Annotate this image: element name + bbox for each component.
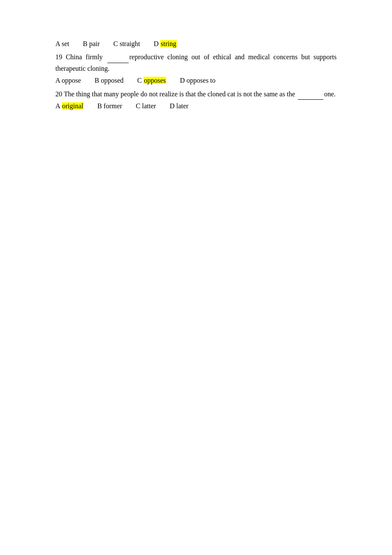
q20-option-b: B former (97, 101, 122, 112)
q19-option-d: D opposes to (180, 75, 216, 86)
q19-option-a: A oppose (55, 75, 81, 86)
q19-question: 19 China firmly reproductive cloning out… (55, 51, 337, 74)
q19-option-c-text-highlighted: opposes (144, 77, 167, 84)
q20-option-c-text: latter (142, 102, 156, 110)
q18-options-row: A set B pair C straight D string (55, 38, 337, 49)
q19-options-row: A oppose B opposed C opposes D opposes t… (55, 75, 337, 86)
q20-option-a-text-highlighted: original (62, 102, 84, 110)
q20-option-b-text: former (104, 102, 122, 110)
q20-text: The thing that many people do not realiz… (64, 90, 336, 98)
q18-option-b-text: pair (89, 40, 100, 47)
q18-option-a: A set (55, 38, 69, 49)
q18-option-a-text: set (62, 40, 69, 47)
q19-option-b-text: opposed (101, 77, 124, 84)
q19-option-c-label: C (137, 77, 144, 84)
q18-option-d-label: D (154, 40, 161, 47)
q20-option-a-label: A (55, 102, 62, 110)
q18-option-b-label: B (83, 40, 89, 47)
q19-option-a-text: oppose (62, 77, 81, 84)
q19-option-b: B opposed (95, 75, 124, 86)
q19-option-d-label: D (180, 77, 187, 84)
q20-question: 20 The thing that many people do not rea… (55, 88, 337, 100)
q19-option-a-label: A (55, 77, 62, 84)
q18-option-d: D string (154, 38, 177, 49)
q20-option-d-label: D (170, 102, 176, 110)
q18-option-c: C straight (113, 38, 140, 49)
q18-option-a-label: A (55, 40, 62, 47)
page-content: A set B pair C straight D string 19 Chin… (0, 0, 392, 152)
q20-options-row: A original B former C latter D later (55, 101, 337, 112)
q20-option-c: C latter (136, 101, 156, 112)
q19-option-d-text: opposes to (187, 77, 216, 84)
q20-number: 20 (55, 90, 64, 98)
q20-option-b-label: B (97, 102, 104, 110)
q18-option-d-text-highlighted: string (160, 40, 176, 47)
q20-option-c-label: C (136, 102, 142, 110)
q19-option-c: C opposes (137, 75, 166, 86)
q20-blank (298, 88, 323, 100)
q20-option-d: D later (170, 101, 188, 112)
q19-text-before-blank: China firmly (66, 53, 106, 61)
q18-option-b: B pair (83, 38, 100, 49)
q19-option-b-label: B (95, 77, 101, 84)
q20-option-d-text: later (176, 102, 188, 110)
q20-option-a: A original (55, 101, 84, 112)
q18-option-c-label: C (113, 40, 120, 47)
q19-blank (107, 51, 129, 63)
q18-option-c-text: straight (120, 40, 140, 47)
q19-number: 19 (55, 53, 66, 61)
